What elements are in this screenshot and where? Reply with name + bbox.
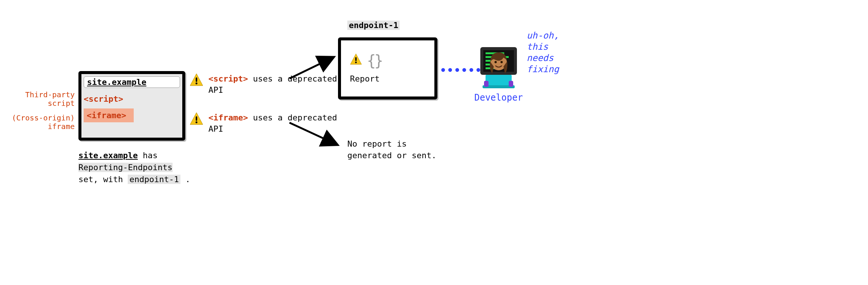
text: (Cross-origin) bbox=[12, 113, 75, 122]
caption-endpoint: endpoint-1 bbox=[128, 175, 180, 184]
text: iframe bbox=[48, 122, 75, 131]
iframe-tag: <iframe> bbox=[84, 108, 134, 122]
warning-icon bbox=[190, 73, 203, 86]
no-report-text: No report is generated or sent. bbox=[347, 138, 459, 162]
text: Third-party bbox=[25, 90, 75, 99]
arrow-to-no-report bbox=[288, 120, 344, 150]
arrow-to-endpoint bbox=[288, 52, 340, 82]
developer-speech: uh-oh, this needs fixing bbox=[527, 30, 559, 75]
text: has bbox=[138, 151, 158, 160]
tag: <iframe> bbox=[208, 113, 248, 122]
text: uh-oh, bbox=[527, 30, 559, 41]
brace-icon: {} bbox=[367, 52, 382, 69]
text: generated or sent. bbox=[347, 151, 436, 160]
developer-icon bbox=[474, 40, 523, 89]
endpoint-title: endpoint-1 bbox=[347, 21, 400, 30]
svg-rect-4 bbox=[196, 116, 197, 121]
endpoint-window: {} Report bbox=[338, 37, 437, 99]
diagram-canvas: Third-party script (Cross-origin) iframe… bbox=[0, 0, 868, 285]
svg-point-10 bbox=[355, 61, 357, 63]
text: needs bbox=[527, 53, 554, 63]
svg-rect-9 bbox=[355, 57, 357, 61]
script-tag: <script> bbox=[84, 94, 123, 104]
text: endpoint-1 bbox=[347, 21, 400, 30]
text: this bbox=[527, 42, 548, 52]
svg-point-5 bbox=[196, 122, 198, 123]
caption-site: site.example bbox=[78, 151, 138, 160]
browser-caption: site.example has Reporting-Endpoints set… bbox=[78, 150, 198, 186]
developer: Developer bbox=[474, 40, 523, 103]
url-bar: site.example bbox=[84, 76, 180, 88]
svg-rect-21 bbox=[486, 75, 512, 87]
svg-rect-23 bbox=[484, 81, 489, 87]
text: No report is bbox=[347, 139, 407, 148]
svg-point-19 bbox=[495, 61, 497, 63]
label-cross-origin-iframe: (Cross-origin) iframe bbox=[11, 114, 75, 131]
svg-rect-24 bbox=[509, 81, 513, 87]
developer-label: Developer bbox=[474, 92, 523, 103]
tag: <script> bbox=[208, 74, 248, 83]
label-third-party-script: Third-party script bbox=[19, 91, 75, 108]
text: set, with bbox=[78, 175, 128, 184]
warning-icon bbox=[350, 53, 362, 68]
caption-header: Reporting-Endpoints bbox=[78, 163, 173, 172]
warning-icon bbox=[190, 112, 203, 125]
report-label: Report bbox=[350, 73, 382, 85]
endpoint-content: {} Report bbox=[350, 50, 382, 85]
text: fixing bbox=[527, 64, 559, 74]
svg-point-20 bbox=[500, 61, 503, 63]
svg-line-7 bbox=[289, 123, 338, 145]
svg-line-6 bbox=[289, 57, 334, 79]
browser-window: site.example <script> <iframe> bbox=[78, 71, 185, 141]
svg-point-2 bbox=[196, 83, 198, 85]
text: . bbox=[180, 175, 190, 184]
svg-rect-1 bbox=[196, 77, 197, 82]
text: script bbox=[48, 99, 75, 108]
